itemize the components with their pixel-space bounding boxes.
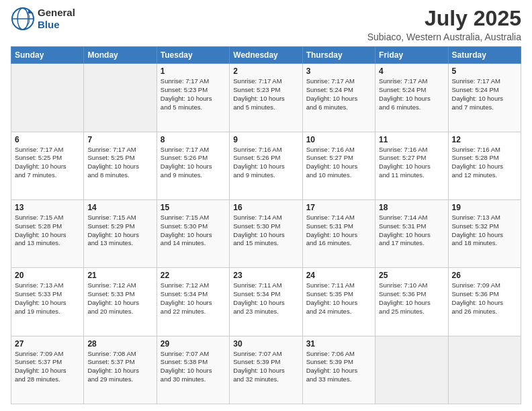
day-info: Sunrise: 7:17 AM Sunset: 5:24 PM Dayligh…	[379, 77, 444, 111]
day-number: 4	[379, 66, 444, 76]
day-info: Sunrise: 7:12 AM Sunset: 5:33 PM Dayligh…	[87, 281, 152, 316]
day-number: 24	[306, 271, 371, 280]
calendar-weekday-sunday: Sunday	[11, 47, 84, 64]
day-info: Sunrise: 7:17 AM Sunset: 5:23 PM Dayligh…	[161, 77, 226, 111]
day-number: 8	[161, 135, 226, 144]
calendar-weekday-tuesday: Tuesday	[157, 47, 229, 64]
day-number: 12	[452, 135, 517, 144]
main-title: July 2025	[367, 7, 521, 30]
calendar-weekday-monday: Monday	[84, 47, 157, 64]
calendar-cell: 5Sunrise: 7:17 AM Sunset: 5:24 PM Daylig…	[448, 64, 521, 132]
day-info: Sunrise: 7:08 AM Sunset: 5:37 PM Dayligh…	[87, 350, 152, 384]
calendar-cell: 16Sunrise: 7:14 AM Sunset: 5:30 PM Dayli…	[230, 199, 302, 267]
title-block: July 2025 Subiaco, Western Australia, Au…	[367, 7, 521, 42]
day-number: 30	[233, 339, 298, 349]
page: General Blue July 2025 Subiaco, Western …	[0, 0, 532, 411]
day-number: 17	[306, 203, 371, 212]
calendar-cell: 4Sunrise: 7:17 AM Sunset: 5:24 PM Daylig…	[375, 64, 448, 132]
day-number: 2	[233, 66, 298, 76]
calendar-cell: 10Sunrise: 7:16 AM Sunset: 5:27 PM Dayli…	[302, 132, 375, 199]
day-info: Sunrise: 7:16 AM Sunset: 5:26 PM Dayligh…	[233, 146, 298, 180]
day-info: Sunrise: 7:14 AM Sunset: 5:31 PM Dayligh…	[379, 214, 444, 248]
day-number: 20	[15, 271, 80, 280]
calendar-cell	[375, 336, 448, 404]
day-info: Sunrise: 7:16 AM Sunset: 5:27 PM Dayligh…	[306, 146, 371, 180]
day-number: 7	[87, 135, 152, 144]
calendar-cell: 22Sunrise: 7:12 AM Sunset: 5:34 PM Dayli…	[157, 268, 229, 336]
calendar-cell: 3Sunrise: 7:17 AM Sunset: 5:24 PM Daylig…	[302, 64, 375, 132]
calendar-cell: 6Sunrise: 7:17 AM Sunset: 5:25 PM Daylig…	[11, 132, 84, 199]
calendar-week-1: 1Sunrise: 7:17 AM Sunset: 5:23 PM Daylig…	[11, 64, 521, 132]
calendar-cell: 31Sunrise: 7:06 AM Sunset: 5:39 PM Dayli…	[302, 336, 375, 404]
day-info: Sunrise: 7:17 AM Sunset: 5:25 PM Dayligh…	[87, 146, 152, 180]
day-info: Sunrise: 7:14 AM Sunset: 5:30 PM Dayligh…	[233, 214, 298, 248]
calendar-cell: 21Sunrise: 7:12 AM Sunset: 5:33 PM Dayli…	[84, 268, 157, 336]
day-number: 28	[87, 339, 152, 349]
day-number: 15	[161, 203, 226, 212]
subtitle: Subiaco, Western Australia, Australia	[367, 32, 521, 42]
calendar-cell: 25Sunrise: 7:10 AM Sunset: 5:36 PM Dayli…	[375, 268, 448, 336]
calendar-cell: 29Sunrise: 7:07 AM Sunset: 5:38 PM Dayli…	[157, 336, 229, 404]
calendar-cell: 13Sunrise: 7:15 AM Sunset: 5:28 PM Dayli…	[11, 199, 84, 267]
calendar-cell: 28Sunrise: 7:08 AM Sunset: 5:37 PM Dayli…	[84, 336, 157, 404]
calendar-cell: 17Sunrise: 7:14 AM Sunset: 5:31 PM Dayli…	[302, 199, 375, 267]
calendar-cell: 8Sunrise: 7:17 AM Sunset: 5:26 PM Daylig…	[157, 132, 229, 199]
logo-text: General Blue	[38, 7, 75, 31]
calendar-cell: 7Sunrise: 7:17 AM Sunset: 5:25 PM Daylig…	[84, 132, 157, 199]
day-info: Sunrise: 7:17 AM Sunset: 5:24 PM Dayligh…	[306, 77, 371, 111]
day-info: Sunrise: 7:12 AM Sunset: 5:34 PM Dayligh…	[161, 281, 226, 316]
calendar-cell: 1Sunrise: 7:17 AM Sunset: 5:23 PM Daylig…	[157, 64, 229, 132]
calendar-cell: 18Sunrise: 7:14 AM Sunset: 5:31 PM Dayli…	[375, 199, 448, 267]
day-number: 27	[15, 339, 80, 349]
calendar-cell	[11, 64, 84, 132]
calendar-cell: 26Sunrise: 7:09 AM Sunset: 5:36 PM Dayli…	[448, 268, 521, 336]
day-number: 23	[233, 271, 298, 280]
calendar-cell: 14Sunrise: 7:15 AM Sunset: 5:29 PM Dayli…	[84, 199, 157, 267]
day-info: Sunrise: 7:17 AM Sunset: 5:23 PM Dayligh…	[233, 77, 298, 111]
calendar-weekday-saturday: Saturday	[448, 47, 521, 64]
day-info: Sunrise: 7:07 AM Sunset: 5:38 PM Dayligh…	[161, 350, 226, 384]
day-info: Sunrise: 7:17 AM Sunset: 5:26 PM Dayligh…	[161, 146, 226, 180]
logo: General Blue	[11, 7, 75, 31]
day-info: Sunrise: 7:10 AM Sunset: 5:36 PM Dayligh…	[379, 281, 444, 316]
day-number: 21	[87, 271, 152, 280]
day-info: Sunrise: 7:11 AM Sunset: 5:35 PM Dayligh…	[306, 281, 371, 316]
day-number: 25	[379, 271, 444, 280]
day-number: 29	[161, 339, 226, 349]
calendar-weekday-thursday: Thursday	[302, 47, 375, 64]
calendar-weekday-friday: Friday	[375, 47, 448, 64]
day-number: 31	[306, 339, 371, 349]
day-info: Sunrise: 7:07 AM Sunset: 5:39 PM Dayligh…	[233, 350, 298, 384]
calendar-cell	[84, 64, 157, 132]
day-number: 16	[233, 203, 298, 212]
calendar-cell: 19Sunrise: 7:13 AM Sunset: 5:32 PM Dayli…	[448, 199, 521, 267]
calendar-cell: 12Sunrise: 7:16 AM Sunset: 5:28 PM Dayli…	[448, 132, 521, 199]
header: General Blue July 2025 Subiaco, Western …	[11, 7, 521, 42]
day-number: 9	[233, 135, 298, 144]
calendar-cell	[448, 336, 521, 404]
day-number: 6	[15, 135, 80, 144]
day-info: Sunrise: 7:09 AM Sunset: 5:36 PM Dayligh…	[452, 281, 517, 316]
day-number: 22	[161, 271, 226, 280]
day-number: 13	[15, 203, 80, 212]
day-info: Sunrise: 7:16 AM Sunset: 5:27 PM Dayligh…	[379, 146, 444, 180]
day-info: Sunrise: 7:13 AM Sunset: 5:33 PM Dayligh…	[15, 281, 80, 316]
day-info: Sunrise: 7:09 AM Sunset: 5:37 PM Dayligh…	[15, 350, 80, 384]
day-number: 14	[87, 203, 152, 212]
calendar-week-3: 13Sunrise: 7:15 AM Sunset: 5:28 PM Dayli…	[11, 199, 521, 267]
calendar-week-4: 20Sunrise: 7:13 AM Sunset: 5:33 PM Dayli…	[11, 268, 521, 336]
calendar-cell: 2Sunrise: 7:17 AM Sunset: 5:23 PM Daylig…	[230, 64, 302, 132]
day-number: 19	[452, 203, 517, 212]
day-info: Sunrise: 7:16 AM Sunset: 5:28 PM Dayligh…	[452, 146, 517, 180]
calendar-cell: 23Sunrise: 7:11 AM Sunset: 5:34 PM Dayli…	[230, 268, 302, 336]
calendar-cell: 15Sunrise: 7:15 AM Sunset: 5:30 PM Dayli…	[157, 199, 229, 267]
calendar-week-2: 6Sunrise: 7:17 AM Sunset: 5:25 PM Daylig…	[11, 132, 521, 199]
day-info: Sunrise: 7:06 AM Sunset: 5:39 PM Dayligh…	[306, 350, 371, 384]
calendar-week-5: 27Sunrise: 7:09 AM Sunset: 5:37 PM Dayli…	[11, 336, 521, 404]
day-info: Sunrise: 7:15 AM Sunset: 5:30 PM Dayligh…	[161, 214, 226, 248]
calendar-cell: 9Sunrise: 7:16 AM Sunset: 5:26 PM Daylig…	[230, 132, 302, 199]
day-info: Sunrise: 7:11 AM Sunset: 5:34 PM Dayligh…	[233, 281, 298, 316]
day-info: Sunrise: 7:15 AM Sunset: 5:29 PM Dayligh…	[87, 214, 152, 248]
day-info: Sunrise: 7:13 AM Sunset: 5:32 PM Dayligh…	[452, 214, 517, 248]
calendar-cell: 24Sunrise: 7:11 AM Sunset: 5:35 PM Dayli…	[302, 268, 375, 336]
